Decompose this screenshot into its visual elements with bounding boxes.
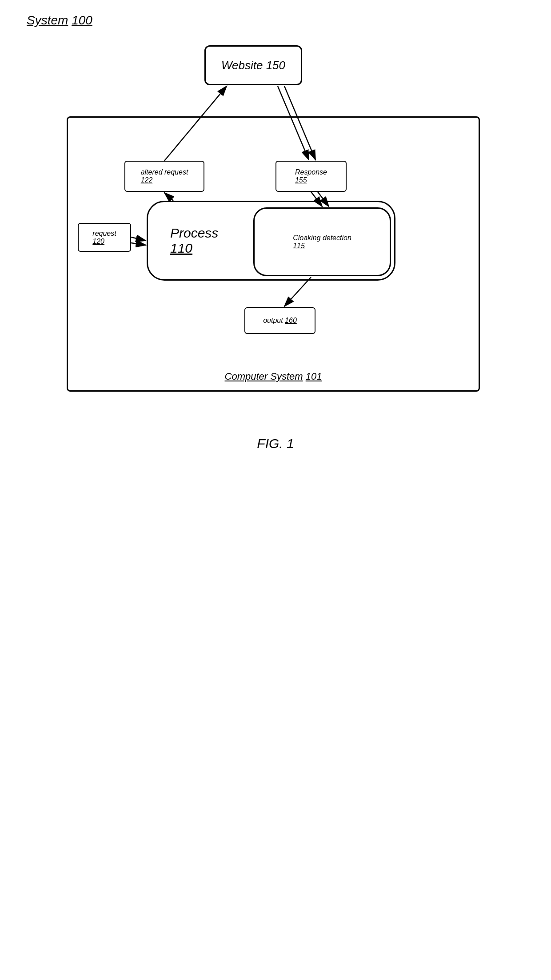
system-number: 100 [72, 13, 92, 27]
request-box: request 120 [78, 223, 131, 252]
response-label: Response [295, 168, 327, 176]
request-number: 120 [92, 238, 104, 245]
cloaking-detection-box: Cloaking detection 115 [253, 207, 391, 276]
output-box: output 160 [244, 307, 315, 334]
figure-label-container: FIG. 1 [27, 436, 524, 451]
system-label-text: System [27, 13, 68, 27]
altered-request-box: altered request 122 [124, 161, 204, 192]
cs-label-text: Computer System [225, 371, 303, 382]
process-label-text: Process [170, 226, 218, 240]
altered-request-label: altered request [141, 168, 188, 176]
output-label: output [263, 317, 283, 324]
website-label: Website 150 [221, 59, 285, 72]
cs-number: 101 [306, 371, 322, 382]
response-number: 155 [295, 176, 307, 184]
diagram-container: Website 150 Computer System 101 altered … [53, 36, 498, 418]
website-box: Website 150 [204, 45, 302, 85]
process-label: Process 110 [170, 226, 218, 256]
page-container: System 100 Website 150 Computer System 1… [0, 0, 551, 980]
computer-system-label: Computer System 101 [225, 371, 322, 382]
system-title: System 100 [27, 13, 524, 28]
cloaking-label: Cloaking detection [293, 234, 351, 242]
response-box: Response 155 [276, 161, 347, 192]
altered-request-number: 122 [141, 176, 153, 184]
figure-label: FIG. 1 [27, 436, 524, 451]
process-number: 110 [170, 241, 192, 255]
request-label: request [92, 230, 116, 237]
output-number: 160 [285, 317, 297, 324]
cloaking-number: 115 [293, 242, 305, 250]
